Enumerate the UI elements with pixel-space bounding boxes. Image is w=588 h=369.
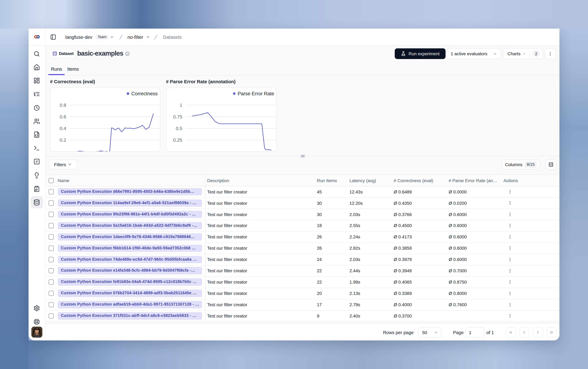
svg-text:0.75: 0.75 [173,114,182,119]
svg-text:0.8: 0.8 [59,102,66,108]
svg-text:1: 1 [180,102,182,108]
svg-text:0.2: 0.2 [59,137,66,143]
svg-text:0.5: 0.5 [176,126,182,131]
svg-text:0.25: 0.25 [173,137,182,143]
svg-text:Correctness: Correctness [131,91,157,96]
svg-text:0.4: 0.4 [59,126,66,131]
svg-text:Parse Error Rate: Parse Error Rate [238,91,274,96]
svg-text:0.6: 0.6 [59,114,66,119]
